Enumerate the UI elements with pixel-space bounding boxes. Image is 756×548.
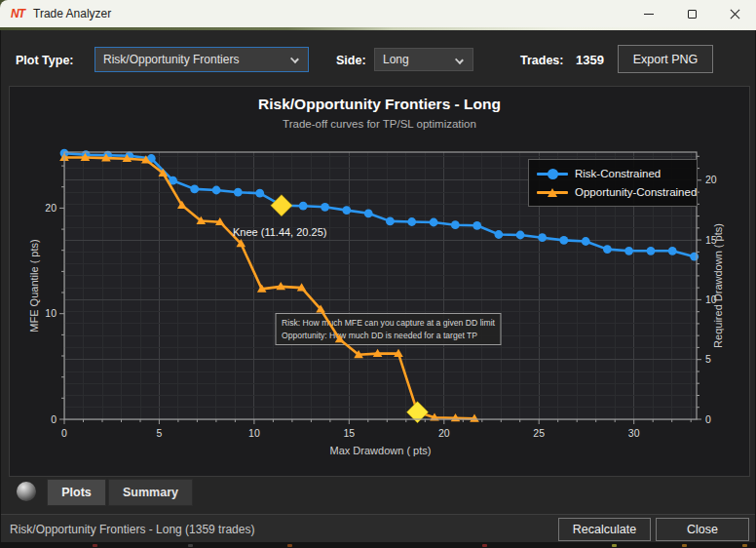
- close-dialog-button[interactable]: Close: [656, 518, 749, 541]
- svg-text:20: 20: [705, 174, 717, 185]
- svg-text:Knee (11.44, 20.25): Knee (11.44, 20.25): [233, 226, 326, 238]
- chevron-down-icon: [290, 55, 299, 63]
- recalculate-button[interactable]: Recalculate: [558, 518, 651, 541]
- side-select[interactable]: Long: [374, 48, 473, 71]
- svg-text:0: 0: [51, 413, 57, 425]
- export-png-button[interactable]: Export PNG: [618, 45, 713, 73]
- trades-label: Trades:: [520, 54, 563, 67]
- window-controls: [627, 0, 756, 27]
- svg-text:5: 5: [156, 427, 162, 439]
- chevron-down-icon: [455, 56, 464, 64]
- svg-text:20: 20: [45, 202, 57, 214]
- svg-text:10: 10: [45, 307, 57, 319]
- opportunity-series-marker-icon: [537, 185, 568, 199]
- side-label: Side:: [336, 54, 366, 67]
- svg-text:15: 15: [343, 427, 355, 439]
- plot-type-select[interactable]: Risk/Opportunity Frontiers: [94, 47, 309, 72]
- tab-summary[interactable]: Summary: [108, 479, 193, 506]
- svg-text:30: 30: [628, 427, 640, 439]
- plot-type-value: Risk/Opportunity Frontiers: [103, 53, 239, 66]
- svg-text:25: 25: [533, 427, 545, 439]
- minimize-icon: [644, 14, 654, 15]
- svg-text:10: 10: [248, 427, 260, 439]
- status-bar: Risk/Opportunity Frontiers - Long (1359 …: [1, 514, 755, 542]
- side-value: Long: [383, 53, 409, 66]
- chart-legend: Risk-Constrained Opportunity-Constrained: [528, 159, 698, 207]
- toolbar: Plot Type: Risk/Opportunity Frontiers Si…: [1, 30, 755, 85]
- svg-text:Max Drawdown ( pts): Max Drawdown ( pts): [330, 445, 432, 456]
- maximize-icon: [688, 10, 697, 19]
- trades-count: 1359: [576, 53, 604, 67]
- svg-text:5: 5: [705, 353, 711, 365]
- svg-text:0: 0: [61, 427, 67, 439]
- risk-series-marker-icon: [537, 167, 568, 180]
- svg-text:0: 0: [705, 413, 711, 425]
- svg-text:Required Drawdown ( pts): Required Drawdown ( pts): [712, 223, 724, 348]
- legend-label: Opportunity-Constrained: [575, 186, 697, 198]
- svg-text:20: 20: [438, 427, 450, 439]
- app-logo-icon: NT: [10, 7, 25, 21]
- legend-item-opportunity-constrained: Opportunity-Constrained: [537, 182, 689, 201]
- close-icon: [730, 9, 740, 20]
- tab-plots[interactable]: Plots: [47, 479, 106, 506]
- svg-text:Opportunity: How much DD is ne: Opportunity: How much DD is needed for a…: [282, 331, 477, 340]
- title-bar: NT Trade Analyzer: [0, 0, 756, 27]
- taskbar-strip: [0, 542, 756, 548]
- status-orb-icon: [17, 482, 36, 501]
- svg-text:MFE Quantile ( pts): MFE Quantile ( pts): [28, 239, 40, 332]
- minimize-button[interactable]: [627, 0, 670, 27]
- frontier-chart: Risk: How much MFE can you capture at a …: [10, 87, 749, 476]
- legend-item-risk-constrained: Risk-Constrained: [537, 164, 689, 182]
- status-text: Risk/Opportunity Frontiers - Long (1359 …: [10, 523, 254, 536]
- close-button[interactable]: [713, 0, 756, 27]
- trade-analyzer-window: Plot Type: Risk/Opportunity Frontiers Si…: [0, 30, 756, 542]
- svg-text:Risk: How much MFE can you cap: Risk: How much MFE can you capture at a …: [282, 318, 496, 328]
- maximize-button[interactable]: [670, 0, 713, 27]
- chart-panel: Risk/Opportunity Frontiers - Long Trade-…: [9, 86, 750, 477]
- plot-type-label: Plot Type:: [16, 54, 74, 67]
- window-title: Trade Analyzer: [33, 7, 111, 20]
- legend-label: Risk-Constrained: [575, 168, 661, 179]
